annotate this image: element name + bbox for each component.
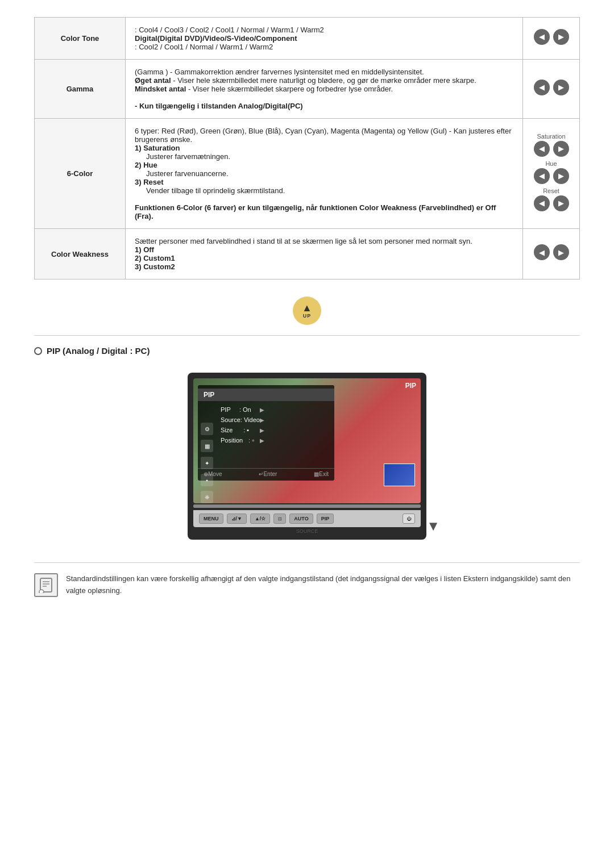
- note-svg-icon: ✓: [38, 577, 54, 593]
- source-label: SOURCE: [193, 528, 421, 534]
- osd-footer: ⊕Move ↵Enter ▦Exit: [198, 468, 334, 477]
- 6color-label: 6-Color: [35, 119, 126, 229]
- pip-heading: PIP (Analog / Digital : PC): [34, 346, 580, 356]
- power-button[interactable]: ⏻: [403, 514, 415, 524]
- reset-label: Reset: [532, 187, 570, 194]
- table-row: Color Weakness Sætter personer med farve…: [35, 229, 580, 279]
- reset-left-arrow[interactable]: [534, 195, 550, 211]
- svg-text:✓: ✓: [41, 591, 44, 594]
- hue-right-arrow[interactable]: [553, 168, 569, 184]
- pip-small-box: [384, 464, 415, 486]
- gamma-controls: [523, 60, 580, 119]
- hue-left-arrow[interactable]: [534, 168, 550, 184]
- hue-arrow-pair[interactable]: [532, 168, 570, 184]
- osd-menu: PIP ⚙ ▦ ✦ ▪ ❈: [198, 385, 334, 481]
- color-tone-label: Color Tone: [35, 18, 126, 60]
- osd-icon-1: ⚙: [201, 423, 213, 435]
- brightness-button[interactable]: ▲/☆: [250, 514, 270, 524]
- osd-icon-2: ▦: [201, 440, 213, 452]
- osd-icon-5: ❈: [201, 491, 213, 503]
- color-weakness-arrow-pair[interactable]: [532, 244, 570, 260]
- table-row: Gamma (Gamma ) - Gammakorrektion ændrer …: [35, 60, 580, 119]
- settings-table: Color Tone : Cool4 / Cool3 / Cool2 / Coo…: [34, 17, 580, 279]
- osd-icon-3: ✦: [201, 457, 213, 469]
- osd-row-position: Position : ▫ ▶: [221, 435, 264, 445]
- color-tone-controls: [523, 18, 580, 60]
- monitor-screen: PIP PIP ⚙ ▦ ✦ ▪ ❈: [193, 378, 421, 503]
- osd-row-pip: PIP : On ▶: [221, 404, 264, 415]
- gamma-label: Gamma: [35, 60, 126, 119]
- saturation-label: Saturation: [532, 133, 570, 140]
- reset-arrow-pair[interactable]: [532, 195, 570, 211]
- menu-button[interactable]: MENU: [199, 514, 223, 524]
- table-row: Color Tone : Cool4 / Cool3 / Cool2 / Coo…: [35, 18, 580, 60]
- gamma-right-arrow[interactable]: [553, 80, 569, 95]
- note-text: Standardindstillingen kan være forskelli…: [66, 573, 580, 597]
- pip-heading-text: PIP (Analog / Digital : PC): [47, 346, 150, 356]
- auto-button[interactable]: AUTO: [289, 514, 313, 524]
- monitor-status-bar: [193, 504, 421, 508]
- osd-row-source: Source : Video ▶: [221, 415, 264, 425]
- monitor-section: PIP PIP ⚙ ▦ ✦ ▪ ❈: [34, 373, 580, 540]
- 6color-controls: Saturation Hue Reset: [523, 119, 580, 229]
- source-button[interactable]: ⊿/▼: [227, 514, 247, 524]
- pip-button[interactable]: PIP: [317, 514, 334, 524]
- osd-enter: ↵Enter: [259, 471, 277, 477]
- monitor-outer: PIP PIP ⚙ ▦ ✦ ▪ ❈: [188, 373, 426, 540]
- osd-title: PIP: [198, 389, 334, 401]
- osd-exit: ▦Exit: [314, 471, 329, 477]
- input-button[interactable]: ⊡: [273, 514, 286, 524]
- color-tone-content: : Cool4 / Cool3 / Cool2 / Cool1 / Normal…: [126, 18, 523, 60]
- pip-circle-icon: [34, 347, 42, 355]
- table-row: 6-Color 6 typer: Red (Rød), Green (Grøn)…: [35, 119, 580, 229]
- section-divider: [34, 335, 580, 336]
- up-section: ▲ UP: [34, 297, 580, 325]
- up-arrow-icon: ▲: [302, 303, 312, 313]
- gamma-content: (Gamma ) - Gammakorrektion ændrer farver…: [126, 60, 523, 119]
- saturation-left-arrow[interactable]: [534, 141, 550, 157]
- down-arrow-icon: ▼: [426, 518, 440, 534]
- color-weakness-content: Sætter personer med farveblindhed i stan…: [126, 229, 523, 279]
- monitor-button-bar: MENU ⊿/▼ ▲/☆ ⊡ AUTO PIP ⏻: [193, 510, 421, 527]
- saturation-right-arrow[interactable]: [553, 141, 569, 157]
- color-tone-left-arrow[interactable]: [534, 29, 550, 45]
- gamma-arrow-pair[interactable]: [532, 80, 570, 95]
- osd-icon-4: ▪: [201, 474, 213, 486]
- color-tone-right-arrow[interactable]: [553, 29, 569, 45]
- up-button[interactable]: ▲ UP: [293, 297, 321, 325]
- pip-corner-label: PIP: [405, 382, 416, 390]
- osd-sidebar: ⚙ ▦ ✦ ▪ ❈: [198, 419, 216, 503]
- color-weakness-right-arrow[interactable]: [553, 244, 569, 260]
- color-weakness-label: Color Weakness: [35, 229, 126, 279]
- reset-right-arrow[interactable]: [553, 195, 569, 211]
- up-text: UP: [303, 313, 312, 319]
- 6color-content: 6 typer: Red (Rød), Green (Grøn), Blue (…: [126, 119, 523, 229]
- note-icon: ✓: [34, 573, 58, 597]
- color-tone-arrow-pair[interactable]: [532, 29, 570, 45]
- color-weakness-left-arrow[interactable]: [534, 244, 550, 260]
- osd-content: PIP : On ▶ Source : Video ▶: [216, 403, 269, 466]
- osd-row-size: Size : ▪ ▶: [221, 425, 264, 435]
- color-weakness-controls: [523, 229, 580, 279]
- gamma-left-arrow[interactable]: [534, 80, 550, 95]
- saturation-arrow-pair[interactable]: [532, 141, 570, 157]
- note-section: ✓ Standardindstillingen kan være forskel…: [34, 562, 580, 597]
- hue-label: Hue: [532, 160, 570, 167]
